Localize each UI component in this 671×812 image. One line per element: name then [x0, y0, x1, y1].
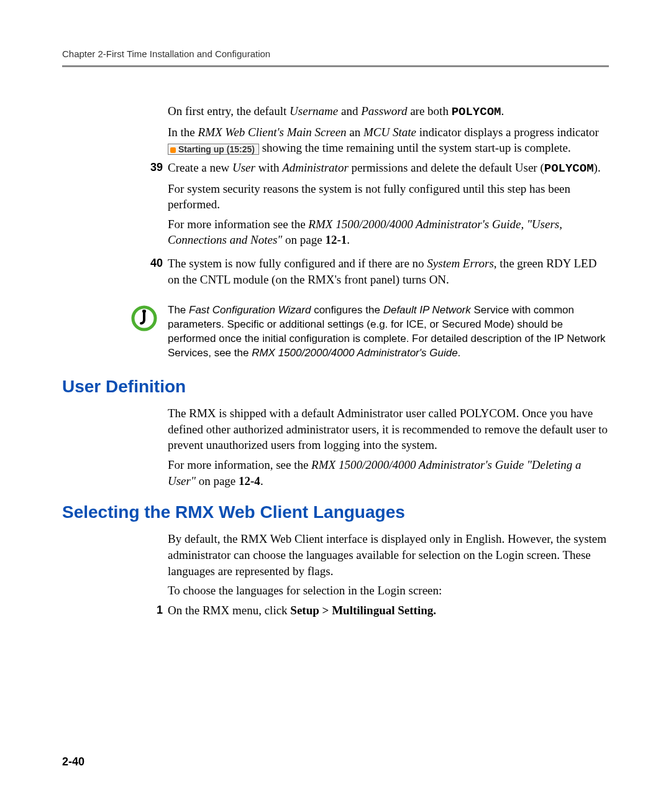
heading-selecting-languages: Selecting the RMX Web Client Languages [62, 502, 609, 522]
menu-path: Setup > Multilingual Setting. [290, 604, 436, 617]
progress-indicator: Starting up (15:25) [168, 144, 259, 155]
term-administrator: Administrator [282, 161, 349, 174]
term-system-errors: System Errors [427, 257, 494, 270]
term-mcu-state: MCU State [363, 126, 416, 139]
step-number: 39 [147, 160, 168, 175]
lang-step-1: 1 On the RMX menu, click Setup > Multili… [168, 602, 609, 622]
text: on page [196, 474, 239, 487]
reference-guide: RMX 1500/2000/4000 Administrator's Guide [252, 347, 457, 359]
text: On the RMX menu, click [168, 604, 290, 617]
step-number: 40 [147, 256, 168, 270]
term-username: Username [290, 104, 338, 118]
user-definition-content: The RMX is shipped with a default Admini… [168, 405, 609, 489]
text: indicator displays a progress indicator [416, 126, 599, 139]
userdef-p2: For more information, see the RMX 1500/2… [168, 457, 609, 489]
text: Create a new [168, 161, 232, 174]
step-number: 1 [147, 602, 168, 617]
step39-p2: For system security reasons the system i… [168, 181, 609, 213]
term-default-ip-network: Default IP Network [383, 304, 471, 316]
term-main-screen: RMX Web Client's Main Screen [198, 126, 347, 139]
step39-p1: Create a new User with Administrator per… [168, 160, 609, 177]
main-content: On first entry, the default Username and… [168, 103, 609, 361]
step-body: Create a new User with Administrator per… [168, 160, 609, 252]
step-39: 39 Create a new User with Administrator … [168, 160, 609, 252]
lang-p1: By default, the RMX Web Client interface… [168, 531, 609, 579]
text: with [255, 161, 282, 174]
note-text: The Fast Configuration Wizard configures… [168, 303, 609, 361]
intro-p2: In the RMX Web Client's Main Screen an M… [168, 124, 609, 156]
text: an [347, 126, 363, 139]
step-body: On the RMX menu, click Setup > Multiling… [168, 602, 609, 622]
intro-p1: On first entry, the default Username and… [168, 103, 609, 121]
step40-p1: The system is now fully configured and i… [168, 256, 609, 287]
languages-content: By default, the RMX Web Client interface… [168, 531, 609, 622]
page-ref: 12-1 [325, 233, 347, 246]
text: showing the time remaining until the sys… [262, 141, 571, 154]
page: Chapter 2-First Time Installation and Co… [0, 0, 671, 812]
term-password: Password [361, 104, 407, 118]
step-body: The system is now fully configured and i… [168, 256, 609, 291]
progress-label: Starting up (15:25) [178, 144, 255, 154]
term-fast-config-wizard: Fast Configuration Wizard [189, 304, 311, 316]
note-icon [130, 305, 158, 336]
lang-p2: To choose the languages for selection in… [168, 583, 609, 599]
text: On first entry, the default [168, 104, 290, 118]
running-header: Chapter 2-First Time Installation and Co… [62, 48, 609, 59]
term-user: User [232, 161, 255, 174]
heading-user-definition: User Definition [62, 377, 609, 397]
text: ). [594, 161, 601, 174]
svg-rect-1 [142, 310, 146, 313]
userdef-p1: The RMX is shipped with a default Admini… [168, 405, 609, 453]
text: . [458, 347, 461, 359]
note-callout: The Fast Configuration Wizard configures… [130, 303, 609, 361]
text: For more information see the [168, 218, 308, 231]
text: are both [407, 104, 451, 118]
text: on page [282, 233, 325, 246]
text: and [338, 104, 361, 118]
header-rule [62, 65, 609, 67]
text: The system is now fully configured and i… [168, 257, 427, 270]
text: The [168, 304, 189, 316]
literal-polycom: POLYCOM [544, 162, 594, 175]
text: permissions and delete the default User … [349, 161, 544, 174]
text: . [501, 104, 504, 118]
text: . [260, 474, 263, 487]
lang-step1-p: On the RMX menu, click Setup > Multiling… [168, 602, 609, 619]
literal-polycom: POLYCOM [452, 105, 501, 119]
status-dot-icon [170, 147, 176, 153]
page-ref: 12-4 [239, 474, 260, 487]
text: For more information, see the [168, 458, 311, 471]
text: . [347, 233, 350, 246]
step39-p3: For more information see the RMX 1500/20… [168, 216, 609, 248]
text: configures the [311, 304, 383, 316]
page-number: 2-40 [62, 755, 84, 768]
text: In the [168, 126, 198, 139]
step-40: 40 The system is now fully configured an… [168, 256, 609, 291]
